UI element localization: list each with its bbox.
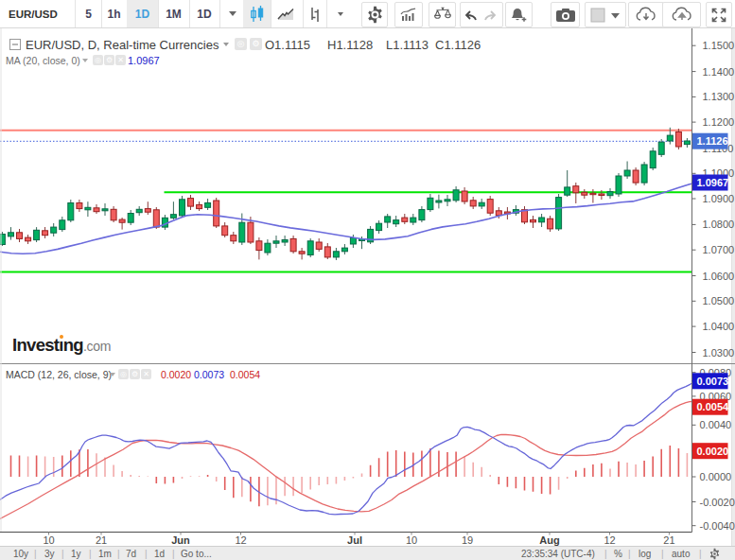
svg-text:1.0300: 1.0300 <box>703 347 735 359</box>
svg-text:0.0073: 0.0073 <box>697 376 729 387</box>
svg-text:21: 21 <box>96 534 107 546</box>
svg-text:0.0020: 0.0020 <box>697 446 729 457</box>
svg-text:0.0040: 0.0040 <box>700 419 732 430</box>
svg-text:1.1200: 1.1200 <box>703 116 735 128</box>
svg-text:0.0000: 0.0000 <box>700 471 732 482</box>
svg-text:1.1300: 1.1300 <box>703 91 735 102</box>
svg-text:-0.0040: -0.0040 <box>700 520 735 532</box>
svg-text:1.1400: 1.1400 <box>703 66 735 78</box>
svg-text:0.0054: 0.0054 <box>697 401 730 412</box>
svg-text:21: 21 <box>663 534 674 546</box>
svg-text:Aug: Aug <box>539 534 559 546</box>
svg-text:12: 12 <box>235 534 246 546</box>
svg-text:1.0600: 1.0600 <box>703 271 735 282</box>
svg-text:10: 10 <box>406 534 417 546</box>
svg-text:1.1126: 1.1126 <box>697 135 728 147</box>
svg-text:1.0800: 1.0800 <box>703 219 735 230</box>
svg-text:1.0500: 1.0500 <box>703 295 735 306</box>
svg-text:-0.0020: -0.0020 <box>700 497 735 508</box>
svg-text:1.0700: 1.0700 <box>703 244 735 255</box>
svg-text:1.0400: 1.0400 <box>703 321 735 332</box>
svg-text:Jun: Jun <box>171 534 190 546</box>
svg-text:1.1500: 1.1500 <box>703 40 735 51</box>
svg-text:1.0967: 1.0967 <box>697 177 729 188</box>
svg-text:Jul: Jul <box>347 534 362 546</box>
svg-text:12: 12 <box>604 534 615 546</box>
svg-text:10: 10 <box>43 534 54 546</box>
svg-text:1.0900: 1.0900 <box>703 193 735 204</box>
svg-text:19: 19 <box>462 534 473 546</box>
